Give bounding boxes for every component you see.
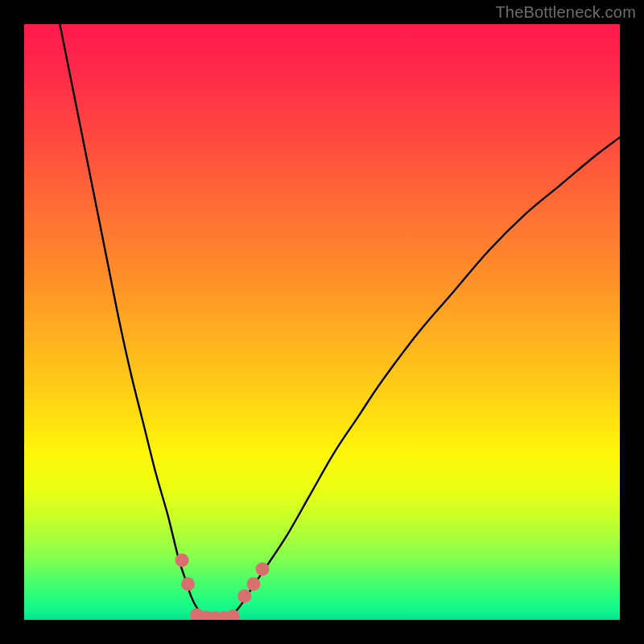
curve-group — [60, 24, 620, 620]
marker-right-knee-a — [237, 589, 251, 603]
marker-left-knee-lower — [181, 577, 195, 591]
marker-right-knee-c — [256, 563, 270, 576]
marker-left-knee-upper — [175, 554, 189, 568]
marker-bottom-e — [226, 609, 240, 620]
watermark-text: TheBottleneck.com — [495, 3, 636, 22]
marker-group — [175, 554, 270, 621]
chart-frame: TheBottleneck.com — [0, 0, 644, 644]
marker-right-knee-b — [246, 577, 260, 591]
curve-left-curve — [60, 24, 208, 620]
plot-area — [24, 24, 620, 620]
chart-overlay — [24, 24, 620, 620]
curve-right-curve — [227, 138, 620, 620]
